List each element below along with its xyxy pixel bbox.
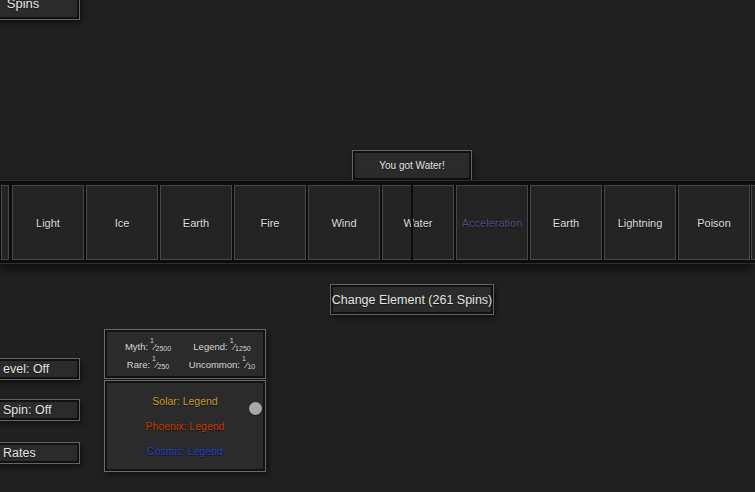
rate-legend-value: 1⁄1250 [230, 340, 251, 352]
rate-rare-value: 1⁄250 [152, 358, 169, 370]
rate-legend-label: Legend: [193, 341, 227, 352]
element-button-earth[interactable]: Earth [160, 185, 232, 260]
element-button-poison[interactable]: Poison [678, 185, 750, 260]
legend-cosmic: Cosmic: Legend [147, 445, 223, 457]
rate-myth-value: 1⁄2500 [150, 340, 171, 352]
spins-button[interactable]: Spins [0, 0, 80, 20]
rate-rare: Rare: 1⁄250 [111, 358, 185, 370]
rate-uncommon: Uncommon: 1⁄10 [185, 358, 259, 370]
rate-legend: Legend: 1⁄1250 [185, 340, 259, 352]
side-button-level-toggle[interactable]: evel: Off [0, 358, 80, 380]
rate-uncommon-label: Uncommon: [189, 359, 240, 370]
element-button-partial-left [1, 185, 9, 260]
element-button-wind[interactable]: Wind [308, 185, 380, 260]
element-button-water[interactable]: Water [382, 185, 454, 260]
side-button-rates[interactable]: Rates [0, 442, 80, 464]
element-button-partial-right [751, 185, 755, 260]
legend-solar: Solar: Legend [152, 395, 217, 407]
game-screen: Spins You got Water! LightIceEarthFireWi… [0, 0, 755, 492]
element-button-light[interactable]: Light [12, 185, 84, 260]
rate-myth: Myth: 1⁄2500 [111, 340, 185, 352]
frame-edge-line [411, 185, 413, 260]
element-button-lightning[interactable]: Lightning [604, 185, 676, 260]
rates-panel: Myth: 1⁄2500 Legend: 1⁄1250 Rare: 1⁄250 … [104, 329, 266, 379]
rate-rare-label: Rare: [127, 359, 150, 370]
legends-panel: Solar: Legend Phoenix: Legend Cosmic: Le… [104, 380, 266, 472]
legend-phoenix: Phoenix: Legend [146, 420, 225, 432]
element-button-earth[interactable]: Earth [530, 185, 602, 260]
element-button-ice[interactable]: Ice [86, 185, 158, 260]
change-element-button[interactable]: Change Element (261 Spins) [330, 284, 494, 315]
element-button-acceleration[interactable]: Acceleration [456, 185, 528, 260]
notification-popup: You got Water! [352, 150, 472, 181]
side-button-autospin-toggle[interactable]: Spin: Off [0, 399, 80, 421]
rate-uncommon-value: 1⁄10 [242, 358, 255, 370]
rate-myth-label: Myth: [125, 341, 148, 352]
element-row: LightIceEarthFireWindWaterAccelerationEa… [0, 180, 755, 264]
scrollbar-dot[interactable] [249, 402, 262, 415]
element-button-fire[interactable]: Fire [234, 185, 306, 260]
